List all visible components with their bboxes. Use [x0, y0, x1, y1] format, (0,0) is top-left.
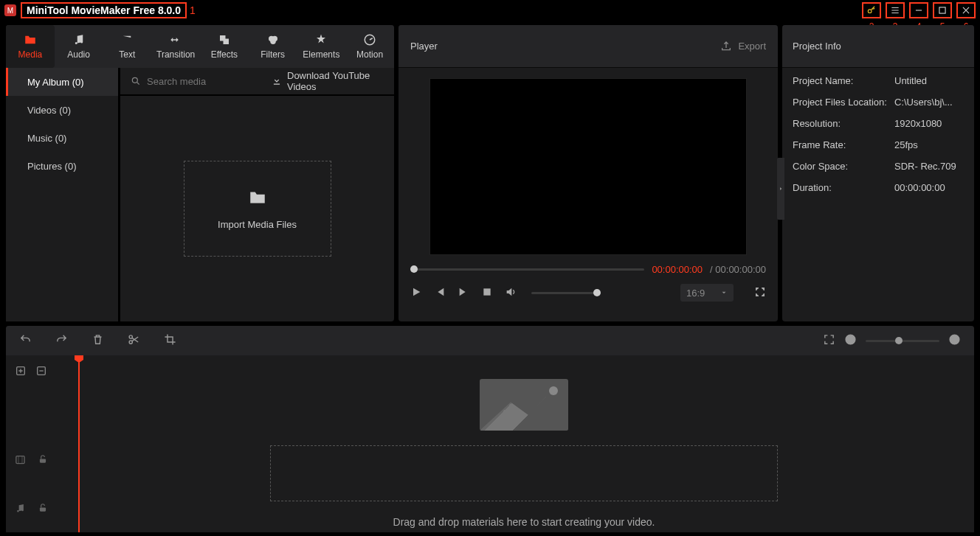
download-youtube-label: Download YouTube Videos	[287, 70, 384, 92]
import-media-label: Import Media Files	[218, 219, 297, 230]
tab-effects[interactable]: Effects	[200, 25, 249, 68]
project-info-title: Project Info	[793, 41, 841, 52]
tab-media[interactable]: Media	[6, 25, 55, 68]
close-icon	[961, 5, 971, 15]
info-value: Untitled	[894, 75, 927, 86]
placeholder-image-icon	[480, 379, 568, 431]
fit-zoom-button[interactable]	[823, 333, 835, 348]
video-canvas[interactable]	[429, 78, 747, 255]
volume-button[interactable]	[505, 286, 517, 300]
undo-button[interactable]	[19, 333, 32, 348]
prev-frame-button[interactable]	[434, 286, 446, 300]
search-input[interactable]	[147, 76, 271, 87]
tab-transition-label: Transition	[156, 49, 195, 60]
split-button[interactable]	[128, 333, 140, 348]
collapse-info-button[interactable]	[777, 158, 784, 220]
tab-transition[interactable]: Transition	[151, 25, 200, 68]
effects-icon	[217, 33, 232, 46]
export-icon	[720, 41, 732, 52]
download-youtube-link[interactable]: Download YouTube Videos	[271, 70, 384, 92]
tab-media-label: Media	[18, 49, 43, 60]
export-button[interactable]: Export	[720, 41, 766, 52]
album-list: My Album (0) Videos (0) Music (0) Pictur…	[6, 68, 120, 321]
seek-slider[interactable]	[410, 268, 644, 271]
elements-icon	[314, 33, 328, 46]
info-row: Resolution:1920x1080	[793, 118, 964, 129]
fullscreen-button[interactable]	[754, 286, 766, 300]
redo-button[interactable]	[55, 333, 68, 348]
minimize-button[interactable]	[909, 2, 928, 18]
tab-audio[interactable]: Audio	[55, 25, 103, 68]
album-item-music[interactable]: Music (0)	[6, 124, 118, 152]
svg-rect-3	[223, 39, 229, 45]
album-item-pictures[interactable]: Pictures (0)	[6, 152, 118, 180]
zoom-out-button[interactable]	[844, 333, 857, 348]
crop-button[interactable]	[164, 333, 176, 348]
svg-point-8	[132, 77, 137, 83]
unlock-icon[interactable]	[38, 454, 48, 464]
prev-icon	[434, 286, 446, 298]
info-row: Color Space:SDR- Rec.709	[793, 161, 964, 172]
svg-point-6	[270, 39, 276, 45]
zoom-in-button[interactable]	[948, 333, 961, 348]
info-label: Color Space:	[793, 161, 894, 172]
video-track-header	[6, 435, 74, 484]
play-icon	[410, 286, 422, 298]
folder-icon	[23, 33, 38, 46]
maximize-button[interactable]	[933, 2, 952, 18]
text-icon	[120, 33, 134, 46]
media-panel: Media Audio Text Transition Effects Filt…	[6, 25, 394, 321]
minus-icon	[844, 333, 857, 346]
next-icon	[458, 286, 469, 298]
info-label: Frame Rate:	[793, 139, 894, 150]
tab-motion[interactable]: Motion	[345, 25, 394, 68]
timeline-gutter	[6, 355, 74, 532]
volume-slider[interactable]	[531, 292, 601, 294]
menu-button[interactable]	[886, 2, 905, 18]
info-row: Project Files Location:C:\Users\bj\...	[793, 97, 964, 108]
film-icon	[15, 454, 26, 465]
tab-elements[interactable]: Elements	[297, 25, 346, 68]
chevron-down-icon	[720, 289, 728, 296]
hamburger-icon	[890, 5, 900, 15]
library-tabs: Media Audio Text Transition Effects Filt…	[6, 25, 394, 68]
next-frame-button[interactable]	[458, 286, 469, 300]
zoom-slider[interactable]	[866, 340, 939, 342]
tab-text-label: Text	[119, 49, 135, 60]
svg-point-0	[868, 10, 872, 13]
svg-rect-18	[40, 507, 46, 511]
stop-button[interactable]	[481, 286, 493, 300]
folder-icon	[246, 188, 269, 207]
timeline-tracks[interactable]: Drag and drop materials here to start cr…	[74, 355, 974, 532]
album-item-videos[interactable]: Videos (0)	[6, 96, 118, 124]
annotation-1: 1	[190, 4, 196, 16]
export-label: Export	[738, 41, 766, 52]
app-title-box: MiniTool MovieMaker Free 8.0.0	[21, 2, 187, 18]
tab-text[interactable]: Text	[103, 25, 152, 68]
unlock-icon[interactable]	[38, 503, 48, 513]
key-button[interactable]	[862, 2, 881, 18]
drop-area[interactable]	[270, 445, 778, 501]
import-media-box[interactable]: Import Media Files	[184, 161, 331, 257]
info-label: Project Files Location:	[793, 97, 894, 108]
minimize-icon	[914, 5, 924, 15]
svg-point-10	[129, 335, 132, 338]
info-label: Resolution:	[793, 118, 894, 129]
delete-button[interactable]	[92, 333, 104, 348]
aspect-ratio-select[interactable]: 16:9	[680, 284, 734, 302]
time-total: / 00:00:00:00	[710, 264, 766, 275]
scissors-icon	[128, 333, 140, 346]
close-button[interactable]	[956, 2, 976, 18]
aspect-ratio-value: 16:9	[686, 288, 705, 299]
playhead[interactable]	[78, 355, 80, 532]
play-button[interactable]	[410, 286, 422, 300]
tab-filters-label: Filters	[260, 49, 285, 60]
album-item-my-album[interactable]: My Album (0)	[6, 68, 118, 96]
tab-filters[interactable]: Filters	[249, 25, 297, 68]
svg-rect-17	[40, 459, 46, 462]
key-icon	[866, 5, 877, 15]
undo-icon	[19, 333, 32, 346]
svg-rect-9	[483, 288, 490, 295]
add-track-icon[interactable]	[15, 365, 27, 377]
remove-track-icon[interactable]	[35, 365, 47, 377]
